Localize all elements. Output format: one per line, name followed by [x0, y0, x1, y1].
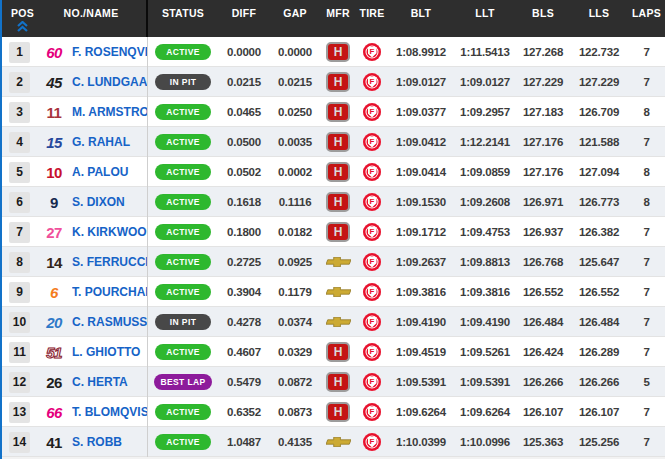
firestone-tire-icon: F — [363, 283, 381, 301]
table-row[interactable]: 2 45 C. LUNDGAARD IN PIT 0.0215 0.0215 H… — [2, 67, 665, 97]
gap-value: 0.0002 — [270, 166, 320, 178]
diff-value: 0.0465 — [218, 106, 270, 118]
last-lap-speed: 122.732 — [570, 46, 628, 58]
table-header: POS NO./NAME STATUS DIFF GAP MFR TIRE BL… — [2, 0, 665, 37]
timing-and-scoring-table: POS NO./NAME STATUS DIFF GAP MFR TIRE BL… — [0, 0, 665, 459]
position-box: 4 — [9, 132, 30, 153]
column-header-gap[interactable]: GAP — [270, 0, 320, 19]
best-lap-time: 1:09.0412 — [388, 136, 454, 148]
column-header-pos[interactable]: POS — [2, 0, 36, 32]
diff-value: 0.0500 — [218, 136, 270, 148]
best-lap-speed: 126.266 — [516, 376, 570, 388]
gap-value: 0.0215 — [270, 76, 320, 88]
table-row[interactable]: 9 6 T. POURCHAIRE ACTIVE 0.3904 0.1179 H… — [2, 277, 665, 307]
position-box: 8 — [9, 252, 30, 273]
column-header-diff[interactable]: DIFF — [218, 0, 270, 19]
honda-logo-icon: H — [326, 402, 350, 422]
last-lap-time: 1:09.2957 — [454, 106, 516, 118]
driver-name: C. HERTA — [72, 367, 148, 397]
gap-value: 0.0872 — [270, 376, 320, 388]
position-box: 7 — [9, 222, 30, 243]
honda-logo-icon: H — [326, 102, 350, 122]
laps-count: 7 — [628, 226, 665, 238]
table-row[interactable]: 13 66 T. BLOMQVIST ACTIVE 0.6352 0.0873 … — [2, 397, 665, 427]
status-badge: ACTIVE — [155, 44, 211, 61]
laps-count: 7 — [628, 46, 665, 58]
table-row[interactable]: 8 14 S. FERRUCCI ACTIVE 0.2725 0.0925 H … — [2, 247, 665, 277]
laps-count: 8 — [628, 106, 665, 118]
best-lap-speed: 126.424 — [516, 346, 570, 358]
table-row[interactable]: 3 11 M. ARMSTRONG ACTIVE 0.0465 0.0250 H… — [2, 97, 665, 127]
column-header-name[interactable]: NO./NAME — [36, 0, 148, 37]
column-header-mfr[interactable]: MFR — [320, 0, 356, 19]
last-lap-time: 1:10.0996 — [454, 436, 516, 448]
column-header-laps[interactable]: LAPS — [628, 0, 665, 19]
firestone-tire-icon: F — [363, 343, 381, 361]
last-lap-speed: 126.484 — [570, 316, 628, 328]
chevrolet-logo-icon — [326, 257, 351, 267]
gap-value: 0.4135 — [270, 436, 320, 448]
firestone-tire-icon: F — [363, 103, 381, 121]
diff-value: 0.0000 — [218, 46, 270, 58]
honda-logo-icon: H — [326, 222, 350, 242]
firestone-tire-icon: F — [363, 73, 381, 91]
status-badge: ACTIVE — [155, 104, 211, 121]
column-header-llt[interactable]: LLT — [454, 0, 516, 19]
last-lap-speed: 126.709 — [570, 106, 628, 118]
driver-name: K. KIRKWOOD — [72, 217, 148, 247]
best-lap-speed: 126.971 — [516, 196, 570, 208]
honda-logo-icon: H — [326, 192, 350, 212]
table-row[interactable]: 1 60 F. ROSENQVIST ACTIVE 0.0000 0.0000 … — [2, 37, 665, 67]
car-number: 14 — [36, 254, 72, 271]
column-header-lls[interactable]: LLS — [570, 0, 628, 19]
car-number: 26 — [36, 374, 72, 391]
table-row[interactable]: 11 51 L. GHIOTTO ACTIVE 0.4607 0.0329 H … — [2, 337, 665, 367]
table-row[interactable]: 5 10 A. PALOU ACTIVE 0.0502 0.0002 H F 1… — [2, 157, 665, 187]
column-header-status[interactable]: STATUS — [148, 0, 218, 19]
diff-value: 0.1618 — [218, 196, 270, 208]
gap-value: 0.0329 — [270, 346, 320, 358]
best-lap-time: 1:09.0377 — [388, 106, 454, 118]
position-box: 9 — [9, 282, 30, 303]
best-lap-speed: 127.229 — [516, 76, 570, 88]
firestone-tire-icon: F — [363, 163, 381, 181]
position-box: 5 — [9, 162, 30, 183]
last-lap-speed: 126.773 — [570, 196, 628, 208]
firestone-tire-icon: F — [363, 373, 381, 391]
last-lap-time: 1:09.6264 — [454, 406, 516, 418]
firestone-tire-icon: F — [363, 43, 381, 61]
car-number: 9 — [36, 194, 72, 211]
position-box: 10 — [9, 312, 30, 333]
best-lap-speed: 126.484 — [516, 316, 570, 328]
car-number: 27 — [36, 224, 72, 241]
column-header-tire[interactable]: TIRE — [356, 0, 388, 19]
best-lap-speed: 127.268 — [516, 46, 570, 58]
table-row[interactable]: 14 41 S. ROBB ACTIVE 1.0487 0.4135 H F 1… — [2, 427, 665, 457]
car-number: 45 — [36, 74, 72, 91]
position-box: 13 — [9, 402, 30, 423]
table-row[interactable]: 10 20 C. RASMUSSEN IN PIT 0.4278 0.0374 … — [2, 307, 665, 337]
table-row[interactable]: 6 9 S. DIXON ACTIVE 0.1618 0.1116 H F 1:… — [2, 187, 665, 217]
position-box: 12 — [9, 372, 30, 393]
best-lap-speed: 126.107 — [516, 406, 570, 418]
best-lap-time: 1:10.0399 — [388, 436, 454, 448]
last-lap-time: 1:09.5261 — [454, 346, 516, 358]
gap-value: 0.0000 — [270, 46, 320, 58]
gap-value: 0.0873 — [270, 406, 320, 418]
table-row[interactable]: 12 26 C. HERTA BEST LAP 0.5479 0.0872 H … — [2, 367, 665, 397]
firestone-tire-icon: F — [363, 193, 381, 211]
table-row[interactable]: 4 15 G. RAHAL ACTIVE 0.0500 0.0035 H F 1… — [2, 127, 665, 157]
sort-ascending-icon[interactable] — [9, 21, 36, 32]
last-lap-speed: 121.588 — [570, 136, 628, 148]
status-badge: ACTIVE — [155, 404, 211, 421]
firestone-tire-icon: F — [363, 403, 381, 421]
last-lap-time: 1:09.4190 — [454, 316, 516, 328]
gap-value: 0.0182 — [270, 226, 320, 238]
column-header-blt[interactable]: BLT — [388, 0, 454, 19]
laps-count: 7 — [628, 76, 665, 88]
column-header-bls[interactable]: BLS — [516, 0, 570, 19]
diff-value: 0.1800 — [218, 226, 270, 238]
best-lap-time: 1:09.2637 — [388, 256, 454, 268]
table-row[interactable]: 7 27 K. KIRKWOOD ACTIVE 0.1800 0.0182 H … — [2, 217, 665, 247]
best-lap-speed: 126.552 — [516, 286, 570, 298]
